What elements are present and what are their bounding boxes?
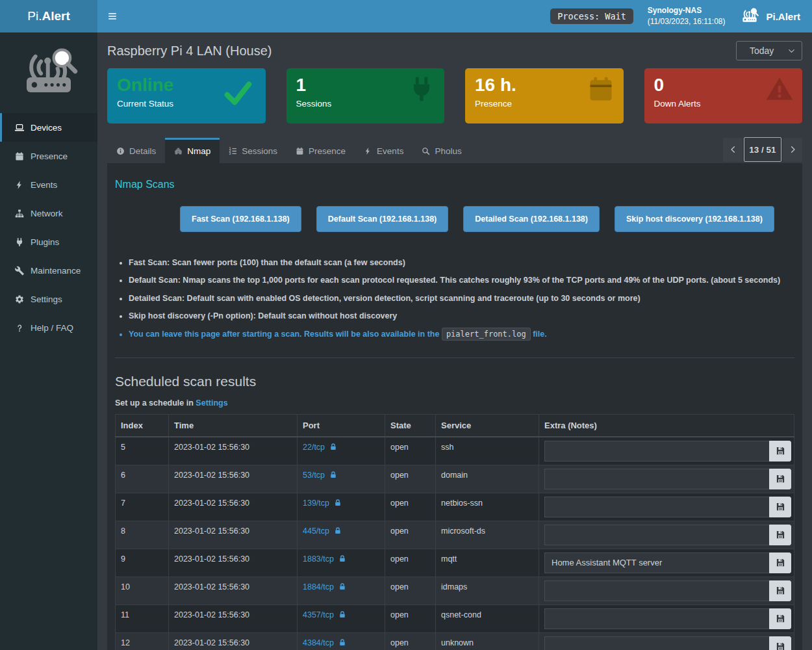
tab-presence[interactable]: Presence bbox=[286, 138, 355, 163]
lock-icon bbox=[334, 499, 342, 507]
port-link[interactable]: 53/tcp bbox=[303, 471, 325, 480]
tab-events[interactable]: Events bbox=[355, 138, 412, 163]
port-link[interactable]: 4357/tcp bbox=[303, 610, 334, 619]
save-note-button[interactable] bbox=[769, 525, 791, 545]
cell-index: 9 bbox=[116, 549, 169, 577]
default-scan-button[interactable]: Default Scan (192.168.1.138) bbox=[316, 206, 448, 232]
port-link[interactable]: 1883/tcp bbox=[303, 554, 334, 564]
note-input[interactable] bbox=[544, 608, 769, 629]
tab-details[interactable]: Details bbox=[107, 138, 165, 163]
scan-descriptions: Fast Scan: Scan fewer ports (100) than t… bbox=[115, 257, 794, 341]
sidebar-item-events[interactable]: Events bbox=[0, 170, 97, 199]
table-row: 72023-01-02 15:56:30139/tcpopennetbios-s… bbox=[116, 493, 794, 521]
port-link[interactable]: 22/tcp bbox=[303, 443, 325, 452]
skip-host-discovery-button[interactable]: Skip host discovery (192.168.1.138) bbox=[615, 206, 774, 232]
floppy-icon bbox=[776, 530, 785, 540]
note-input[interactable] bbox=[544, 525, 769, 545]
sidebar-item-network[interactable]: Network bbox=[0, 199, 97, 228]
port-link[interactable]: 1884/tcp bbox=[303, 582, 334, 592]
column-header-service: Service bbox=[436, 414, 539, 437]
tab-label: Events bbox=[377, 146, 403, 156]
port-link[interactable]: 4384/tcp bbox=[303, 638, 334, 647]
save-note-button[interactable] bbox=[769, 580, 791, 601]
chevron-left-icon bbox=[729, 145, 737, 154]
floppy-icon bbox=[776, 614, 785, 623]
tab-pholus[interactable]: Pholus bbox=[412, 138, 470, 163]
schedule-setup-line: Set up a schedule in Settings bbox=[115, 398, 794, 408]
floppy-icon bbox=[776, 642, 785, 650]
sidebar-item-presence[interactable]: Presence bbox=[0, 142, 97, 170]
cell-state: open bbox=[385, 521, 436, 549]
sidebar-item-maintenance[interactable]: Maintenance bbox=[0, 256, 97, 285]
detailed-scan-button[interactable]: Detailed Scan (192.168.1.138) bbox=[463, 206, 600, 232]
fast-scan-button[interactable]: Fast Scan (192.168.1.138) bbox=[180, 206, 301, 232]
cell-service: mqtt bbox=[436, 549, 539, 577]
warning-icon bbox=[765, 75, 794, 103]
topbar: Pi.Alert Process: Wait Synology-NAS (11/… bbox=[0, 0, 812, 32]
note-input[interactable] bbox=[544, 636, 769, 650]
cell-service: qsnet-cond bbox=[436, 604, 539, 632]
cell-port: 4384/tcp bbox=[298, 632, 385, 650]
table-row: 122023-01-02 15:56:304384/tcpopenunknown bbox=[116, 632, 794, 650]
cell-index: 10 bbox=[116, 577, 169, 604]
chevron-down-icon bbox=[788, 47, 795, 55]
pialert-router-icon bbox=[739, 7, 760, 25]
cell-notes bbox=[539, 521, 794, 549]
save-note-button[interactable] bbox=[769, 497, 791, 517]
note-input[interactable] bbox=[544, 497, 769, 517]
cell-index: 11 bbox=[116, 604, 169, 632]
gear-icon bbox=[14, 294, 25, 304]
card-down-alerts: 0Down Alerts bbox=[644, 68, 803, 124]
save-note-button[interactable] bbox=[769, 552, 791, 573]
cell-state: open bbox=[385, 632, 436, 650]
sidebar-item-label: Plugins bbox=[31, 237, 59, 247]
cell-state: open bbox=[385, 437, 436, 465]
lock-icon bbox=[338, 610, 346, 619]
cell-state: open bbox=[385, 465, 436, 493]
plug-icon bbox=[14, 237, 25, 247]
sidebar-item-devices[interactable]: Devices bbox=[0, 113, 97, 142]
device-tabs: DetailsNmap123SessionsPresenceEventsPhol… bbox=[107, 138, 471, 163]
save-note-button[interactable] bbox=[769, 469, 791, 489]
table-row: 102023-01-02 15:56:301884/tcpopenidmaps bbox=[116, 577, 794, 604]
search-icon bbox=[422, 147, 430, 155]
cell-time: 2023-01-02 15:56:30 bbox=[169, 577, 298, 604]
listol-icon: 123 bbox=[229, 147, 237, 155]
host-info: Synology-NAS (11/03/2023, 16:11:08) bbox=[648, 5, 726, 27]
note-input[interactable] bbox=[544, 469, 769, 489]
prev-device-button[interactable] bbox=[723, 138, 742, 162]
period-select[interactable]: Today bbox=[736, 41, 802, 60]
next-device-button[interactable] bbox=[783, 138, 802, 162]
sidebar-item-plugins[interactable]: Plugins bbox=[0, 228, 97, 256]
scan-description-item: You can leave this page after starting a… bbox=[129, 328, 794, 341]
sidebar-item-label: Network bbox=[31, 209, 63, 218]
cell-time: 2023-01-02 15:56:30 bbox=[169, 521, 298, 549]
app-logo[interactable]: Pi.Alert bbox=[0, 0, 97, 32]
period-select-value: Today bbox=[750, 46, 774, 56]
sidebar-item-help-faq[interactable]: Help / FAQ bbox=[0, 313, 97, 342]
note-input[interactable] bbox=[544, 580, 769, 601]
sidebar-item-settings[interactable]: Settings bbox=[0, 285, 97, 313]
host-timestamp: (11/03/2023, 16:11:08) bbox=[648, 16, 726, 27]
port-link[interactable]: 139/tcp bbox=[303, 499, 329, 508]
scan-description-item: Default Scan: Nmap scans the top 1,000 p… bbox=[129, 274, 794, 287]
sitemap-icon bbox=[14, 209, 25, 218]
cell-state: open bbox=[385, 604, 436, 632]
sidebar-item-label: Presence bbox=[31, 151, 68, 161]
lock-icon bbox=[334, 526, 342, 535]
tab-nmap[interactable]: Nmap bbox=[165, 138, 220, 163]
note-input[interactable] bbox=[544, 441, 769, 462]
cell-service: netbios-ssn bbox=[436, 493, 539, 521]
cell-time: 2023-01-02 15:56:30 bbox=[169, 493, 298, 521]
tab-sessions[interactable]: 123Sessions bbox=[220, 138, 286, 163]
note-input[interactable] bbox=[544, 552, 769, 573]
sidebar-toggle-button[interactable] bbox=[97, 0, 127, 32]
cell-port: 445/tcp bbox=[298, 521, 385, 549]
port-link[interactable]: 445/tcp bbox=[303, 526, 329, 536]
save-note-button[interactable] bbox=[769, 441, 791, 462]
save-note-button[interactable] bbox=[769, 608, 791, 629]
settings-link[interactable]: Settings bbox=[196, 398, 227, 408]
save-note-button[interactable] bbox=[769, 636, 791, 650]
floppy-icon bbox=[776, 586, 785, 595]
svg-text:3: 3 bbox=[229, 152, 231, 155]
